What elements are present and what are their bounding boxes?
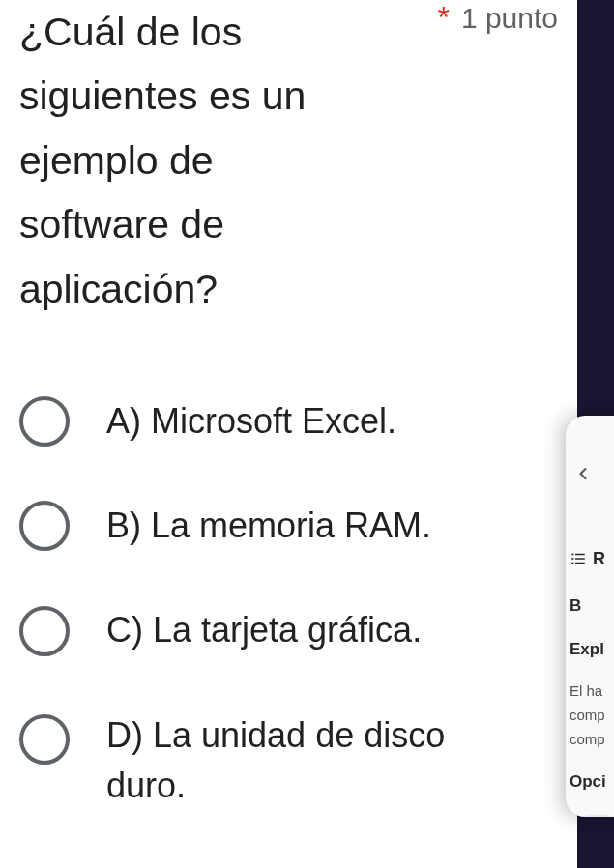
popup-footer: Opci: [570, 768, 614, 795]
svg-rect-3: [575, 559, 585, 561]
option-d[interactable]: D) La unidad de disco duro.: [19, 710, 558, 811]
popup-body-line: comp: [570, 704, 614, 728]
list-icon: [570, 550, 587, 567]
popup-content: R B Expl El ha comp comp Opci Co: [570, 545, 614, 817]
option-label: D) La unidad de disco duro.: [106, 710, 493, 811]
points-container: * 1 punto: [437, 0, 558, 35]
popup-body-line: comp: [570, 728, 614, 752]
radio-icon: [19, 396, 70, 447]
points-text: 1 punto: [461, 2, 558, 35]
question-text: ¿Cuál de los siguientes es un ejemplo de…: [19, 0, 358, 321]
options-group: A) Microsoft Excel. B) La memoria RAM. C…: [19, 396, 558, 811]
radio-icon: [19, 714, 70, 765]
popup-answer: B: [570, 593, 614, 619]
svg-rect-1: [575, 554, 585, 556]
option-b[interactable]: B) La memoria RAM.: [19, 501, 558, 551]
popup-title: R: [593, 545, 605, 573]
explanation-popup: R B Expl El ha comp comp Opci Co: [566, 416, 614, 817]
svg-rect-2: [571, 559, 573, 561]
chevron-left-icon[interactable]: [573, 464, 597, 487]
svg-rect-5: [575, 563, 585, 564]
option-label: C) La tarjeta gráfica.: [106, 605, 422, 655]
popup-explanation-label: Expl: [570, 636, 614, 662]
option-a[interactable]: A) Microsoft Excel.: [19, 396, 558, 447]
option-c[interactable]: C) La tarjeta gráfica.: [19, 605, 558, 655]
popup-body-line: El ha: [570, 680, 614, 704]
radio-icon: [19, 501, 70, 551]
question-header: ¿Cuál de los siguientes es un ejemplo de…: [19, 0, 558, 321]
option-label: A) Microsoft Excel.: [106, 396, 396, 447]
required-asterisk: *: [437, 2, 449, 33]
svg-rect-0: [571, 554, 573, 556]
question-card: ¿Cuál de los siguientes es un ejemplo de…: [0, 0, 577, 868]
svg-rect-4: [571, 563, 573, 564]
radio-icon: [19, 606, 70, 656]
option-label: B) La memoria RAM.: [106, 501, 431, 551]
popup-title-row: R: [570, 545, 614, 573]
